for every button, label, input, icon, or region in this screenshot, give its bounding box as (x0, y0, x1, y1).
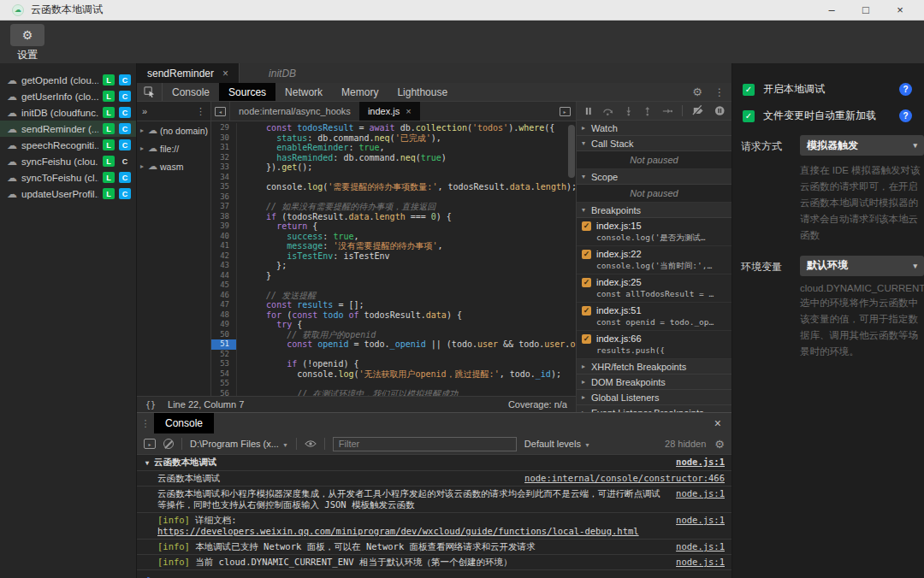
line-number[interactable]: 46 (211, 291, 237, 301)
vertical-scrollbar[interactable] (568, 125, 575, 178)
console-link[interactable]: https://developers.weixin.qq.com/minipro… (157, 526, 639, 536)
console-message[interactable]: [info] 详细文档: https://developers.weixin.q… (137, 513, 732, 540)
drawer-handle-icon[interactable]: ⋮ (137, 413, 154, 434)
source-link[interactable]: node:internal/console/constructor:466 (524, 473, 725, 484)
line-number[interactable]: 49 (211, 320, 237, 330)
line-number[interactable]: 31 (211, 143, 237, 153)
line-number[interactable]: 50 (211, 330, 237, 340)
devtools-tab-sources[interactable]: Sources (219, 83, 275, 101)
step-icon[interactable] (662, 106, 672, 116)
devtools-settings-icon[interactable]: ⚙ (692, 86, 702, 98)
context-selector[interactable]: D:\Program Files (x...▼ (190, 439, 288, 449)
breakpoint-checkbox[interactable]: ✓ (582, 306, 591, 316)
help-icon[interactable]: ? (899, 83, 912, 96)
console-message[interactable]: 云函数本地调试node:internal/console/constructor… (137, 471, 732, 487)
section-breakpoints[interactable]: ▾ Breakpoints (577, 203, 732, 218)
source-link[interactable]: node.js:1 (676, 457, 725, 469)
pretty-print-icon[interactable]: {} (145, 400, 156, 410)
line-number[interactable]: 52 (211, 350, 237, 360)
filter-input[interactable] (333, 437, 517, 451)
line-number[interactable]: 32 (211, 153, 237, 163)
line-number[interactable]: 37 (211, 202, 237, 212)
step-into-icon[interactable] (624, 106, 633, 116)
breakpoint-entry[interactable]: ✓index.js:22console.log('当前时间:',… (577, 246, 732, 274)
section-dom-breakpoints[interactable]: ▸DOM Breakpoints (577, 375, 732, 390)
breakpoint-checkbox[interactable]: ✓ (582, 334, 591, 344)
maximize-button[interactable]: □ (849, 1, 883, 20)
console-tab[interactable]: Console (154, 413, 214, 434)
pause-on-exceptions-icon[interactable] (714, 105, 725, 116)
console-settings-icon[interactable]: ⚙ (714, 438, 725, 451)
console-sidebar-toggle-icon[interactable]: ▸ (144, 439, 156, 449)
editor-tab-async-hooks[interactable]: node:internal/async_hooks (230, 102, 359, 121)
function-item[interactable]: ☁getOpenId (clou...LC (0, 72, 136, 88)
close-button[interactable]: × (883, 1, 917, 20)
file-tree-item[interactable]: ▸☁wasm (137, 157, 210, 175)
breakpoint-entry[interactable]: ✓index.js:66results.push({ (577, 331, 732, 359)
kebab-menu-icon[interactable]: ⋮ (714, 86, 725, 98)
breakpoint-checkbox[interactable]: ✓ (582, 278, 591, 287)
console-prompt[interactable]: > (137, 570, 732, 578)
function-item[interactable]: ☁sendReminder (...LC (0, 121, 136, 137)
section-global-listeners[interactable]: ▸Global Listeners (577, 390, 732, 405)
step-over-icon[interactable] (602, 106, 613, 116)
line-number[interactable]: 43 (211, 261, 237, 271)
function-item[interactable]: ☁syncToFeishu (cl...LC (0, 169, 136, 186)
line-number[interactable]: 41 (211, 241, 237, 251)
settings-button[interactable]: ⚙ (10, 24, 44, 46)
line-number[interactable]: 48 (211, 310, 237, 321)
line-number[interactable]: 42 (211, 251, 237, 262)
console-message[interactable]: [info] 当前 cloud.DYNAMIC_CURRENT_ENV 相当于默… (137, 555, 732, 570)
breakpoint-line-number[interactable]: 51 (211, 339, 237, 350)
devtools-tab-lighthouse[interactable]: Lighthouse (388, 83, 457, 101)
function-item[interactable]: ☁speechRecogniti...LC (0, 137, 136, 153)
console-message[interactable]: 云函数本地调试和小程序模拟器深度集成，从开发者工具小程序发起的对该云函数的请求均… (137, 487, 732, 513)
section-event-listener-breakpoints[interactable]: ▸Event Listener Breakpoints (577, 405, 732, 412)
breakpoint-entry[interactable]: ✓index.js:51const openid = todo._op… (577, 303, 732, 331)
clear-console-icon[interactable] (163, 439, 174, 449)
minimize-button[interactable]: – (814, 1, 849, 20)
line-number[interactable]: 33 (211, 162, 237, 173)
editor-tab-indexjs[interactable]: index.js × (359, 102, 420, 121)
file-nav-menu-icon[interactable]: ⋮ (196, 106, 205, 117)
line-number[interactable]: 38 (211, 212, 237, 222)
line-number[interactable]: 55 (211, 379, 237, 389)
line-number[interactable]: 34 (211, 173, 237, 183)
source-link[interactable]: node.js:1 (676, 488, 725, 510)
section-xhr-fetch-breakpoints[interactable]: ▸XHR/fetch Breakpoints (577, 359, 732, 375)
inspect-element-button[interactable] (137, 83, 163, 101)
request-mode-dropdown[interactable]: 模拟器触发 ▾ (800, 135, 924, 156)
checkbox-checked-icon[interactable]: ✓ (743, 84, 755, 96)
pause-icon[interactable] (583, 106, 593, 116)
deactivate-breakpoints-icon[interactable] (692, 105, 704, 116)
function-item[interactable]: ☁getUserInfo (clo...LC (0, 88, 136, 104)
section-call-stack[interactable]: ▾ Call Stack (577, 136, 732, 151)
function-item[interactable]: ☁syncFeishu (clou...LC (0, 153, 136, 169)
line-number[interactable]: 40 (211, 232, 237, 242)
more-tabs-icon[interactable]: » (142, 106, 147, 116)
tab-initdb[interactable]: initDB (240, 63, 325, 83)
breakpoint-checkbox[interactable]: ✓ (582, 221, 591, 231)
devtools-tab-memory[interactable]: Memory (332, 83, 388, 101)
section-scope[interactable]: ▾ Scope (577, 169, 732, 185)
source-link[interactable]: node.js:1 (676, 515, 725, 537)
line-number[interactable]: 39 (211, 221, 237, 232)
prev-tab-button[interactable]: ◂ (211, 102, 230, 121)
console-message[interactable]: ▾云函数本地调试node.js:1 (137, 455, 732, 471)
function-item[interactable]: ☁updateUserProfil...LC (0, 186, 136, 202)
editor-tab-close-icon[interactable]: × (406, 106, 411, 116)
devtools-tab-network[interactable]: Network (275, 83, 332, 101)
log-level-selector[interactable]: Default levels▼ (524, 439, 590, 449)
env-var-dropdown[interactable]: 默认环境 ▾ (800, 256, 924, 276)
line-number[interactable]: 54 (211, 369, 237, 380)
line-number[interactable]: 35 (211, 182, 237, 192)
console-message[interactable]: [info] 本地调试已支持 Network 面板，可以在 Network 面板… (137, 540, 732, 555)
function-item[interactable]: ☁initDB (cloudfunc...LC (0, 104, 136, 121)
file-tree-item[interactable]: ▸☁file:// (137, 139, 210, 157)
line-number[interactable]: 36 (211, 192, 237, 203)
expand-triangle-icon[interactable]: ▾ (145, 459, 149, 467)
breakpoint-checkbox[interactable]: ✓ (582, 250, 591, 259)
breakpoint-entry[interactable]: ✓index.js:15console.log('是否为测试… (577, 218, 732, 246)
line-number[interactable]: 45 (211, 280, 237, 291)
devtools-tab-console[interactable]: Console (163, 83, 219, 101)
